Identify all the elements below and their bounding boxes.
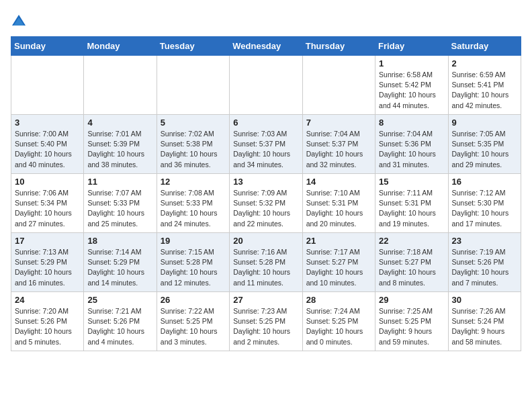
calendar-cell: 16Sunrise: 7:12 AMSunset: 5:30 PMDayligh…: [448, 174, 521, 233]
calendar-day-header: Thursday: [302, 37, 375, 56]
day-info: Sunrise: 7:24 AMSunset: 5:25 PMDaylight:…: [306, 306, 371, 347]
calendar-cell: 19Sunrise: 7:15 AMSunset: 5:28 PMDayligh…: [157, 233, 229, 292]
calendar-cell: [11, 56, 84, 115]
day-number: 6: [233, 118, 298, 128]
day-number: 27: [233, 295, 298, 305]
calendar-day-header: Saturday: [448, 37, 521, 56]
day-info: Sunrise: 6:59 AMSunset: 5:41 PMDaylight:…: [452, 70, 517, 111]
day-info: Sunrise: 7:04 AMSunset: 5:36 PMDaylight:…: [379, 129, 444, 170]
calendar-cell: [157, 56, 229, 115]
day-info: Sunrise: 6:58 AMSunset: 5:42 PMDaylight:…: [379, 70, 444, 111]
calendar-cell: 30Sunrise: 7:26 AMSunset: 5:24 PMDayligh…: [448, 292, 521, 351]
calendar-cell: 12Sunrise: 7:08 AMSunset: 5:33 PMDayligh…: [157, 174, 229, 233]
calendar-cell: 21Sunrise: 7:17 AMSunset: 5:27 PMDayligh…: [302, 233, 375, 292]
calendar-table: SundayMondayTuesdayWednesdayThursdayFrid…: [11, 36, 521, 351]
day-number: 2: [452, 58, 517, 68]
day-number: 14: [306, 177, 371, 187]
day-info: Sunrise: 7:02 AMSunset: 5:38 PMDaylight:…: [161, 129, 226, 170]
day-number: 10: [15, 177, 80, 187]
calendar-week-row: 1Sunrise: 6:58 AMSunset: 5:42 PMDaylight…: [11, 56, 521, 115]
logo: [11, 13, 30, 31]
calendar-cell: 23Sunrise: 7:19 AMSunset: 5:26 PMDayligh…: [448, 233, 521, 292]
day-number: 30: [452, 295, 517, 305]
day-number: 5: [161, 118, 226, 128]
day-info: Sunrise: 7:23 AMSunset: 5:25 PMDaylight:…: [233, 306, 298, 347]
calendar-day-header: Monday: [84, 37, 157, 56]
day-number: 25: [87, 295, 152, 305]
calendar-cell: 11Sunrise: 7:07 AMSunset: 5:33 PMDayligh…: [84, 174, 157, 233]
day-number: 24: [15, 295, 80, 305]
calendar-cell: [302, 56, 375, 115]
day-number: 19: [161, 236, 226, 246]
calendar-cell: 18Sunrise: 7:14 AMSunset: 5:29 PMDayligh…: [84, 233, 157, 292]
day-info: Sunrise: 7:10 AMSunset: 5:31 PMDaylight:…: [306, 188, 371, 229]
day-info: Sunrise: 7:18 AMSunset: 5:27 PMDaylight:…: [379, 247, 444, 288]
day-number: 8: [379, 118, 444, 128]
calendar-week-row: 3Sunrise: 7:00 AMSunset: 5:40 PMDaylight…: [11, 115, 521, 174]
calendar-cell: 7Sunrise: 7:04 AMSunset: 5:37 PMDaylight…: [302, 115, 375, 174]
calendar-cell: 28Sunrise: 7:24 AMSunset: 5:25 PMDayligh…: [302, 292, 375, 351]
calendar-week-row: 10Sunrise: 7:06 AMSunset: 5:34 PMDayligh…: [11, 174, 521, 233]
calendar-day-header: Friday: [375, 37, 448, 56]
calendar-cell: 10Sunrise: 7:06 AMSunset: 5:34 PMDayligh…: [11, 174, 84, 233]
calendar-cell: 8Sunrise: 7:04 AMSunset: 5:36 PMDaylight…: [375, 115, 448, 174]
day-number: 29: [379, 295, 444, 305]
calendar-day-header: Sunday: [11, 37, 84, 56]
calendar-cell: 6Sunrise: 7:03 AMSunset: 5:37 PMDaylight…: [230, 115, 302, 174]
day-number: 1: [379, 58, 444, 68]
calendar-week-row: 17Sunrise: 7:13 AMSunset: 5:29 PMDayligh…: [11, 233, 521, 292]
calendar-cell: 4Sunrise: 7:01 AMSunset: 5:39 PMDaylight…: [84, 115, 157, 174]
calendar-cell: 20Sunrise: 7:16 AMSunset: 5:28 PMDayligh…: [230, 233, 302, 292]
calendar-cell: 3Sunrise: 7:00 AMSunset: 5:40 PMDaylight…: [11, 115, 84, 174]
day-number: 12: [161, 177, 226, 187]
calendar-cell: 13Sunrise: 7:09 AMSunset: 5:32 PMDayligh…: [230, 174, 302, 233]
day-info: Sunrise: 7:20 AMSunset: 5:26 PMDaylight:…: [15, 306, 80, 347]
calendar-cell: 1Sunrise: 6:58 AMSunset: 5:42 PMDaylight…: [375, 56, 448, 115]
day-number: 15: [379, 177, 444, 187]
calendar-header-row: SundayMondayTuesdayWednesdayThursdayFrid…: [11, 37, 521, 56]
day-info: Sunrise: 7:08 AMSunset: 5:33 PMDaylight:…: [161, 188, 226, 229]
day-info: Sunrise: 7:12 AMSunset: 5:30 PMDaylight:…: [452, 188, 517, 229]
day-info: Sunrise: 7:19 AMSunset: 5:26 PMDaylight:…: [452, 247, 517, 288]
page-header: [11, 11, 521, 31]
calendar-cell: 22Sunrise: 7:18 AMSunset: 5:27 PMDayligh…: [375, 233, 448, 292]
calendar-day-header: Wednesday: [230, 37, 302, 56]
day-info: Sunrise: 7:25 AMSunset: 5:25 PMDaylight:…: [379, 306, 444, 347]
day-number: 16: [452, 177, 517, 187]
day-info: Sunrise: 7:15 AMSunset: 5:28 PMDaylight:…: [161, 247, 226, 288]
calendar-day-header: Tuesday: [157, 37, 229, 56]
day-info: Sunrise: 7:04 AMSunset: 5:37 PMDaylight:…: [306, 129, 371, 170]
calendar-cell: 15Sunrise: 7:11 AMSunset: 5:31 PMDayligh…: [375, 174, 448, 233]
day-info: Sunrise: 7:06 AMSunset: 5:34 PMDaylight:…: [15, 188, 80, 229]
day-info: Sunrise: 7:11 AMSunset: 5:31 PMDaylight:…: [379, 188, 444, 229]
day-info: Sunrise: 7:05 AMSunset: 5:35 PMDaylight:…: [452, 129, 517, 170]
day-info: Sunrise: 7:14 AMSunset: 5:29 PMDaylight:…: [87, 247, 152, 288]
day-number: 28: [306, 295, 371, 305]
day-number: 11: [87, 177, 152, 187]
day-info: Sunrise: 7:16 AMSunset: 5:28 PMDaylight:…: [233, 247, 298, 288]
logo-icon: [11, 13, 27, 28]
day-number: 18: [87, 236, 152, 246]
day-number: 22: [379, 236, 444, 246]
calendar-cell: [84, 56, 157, 115]
calendar-cell: 9Sunrise: 7:05 AMSunset: 5:35 PMDaylight…: [448, 115, 521, 174]
calendar-cell: 5Sunrise: 7:02 AMSunset: 5:38 PMDaylight…: [157, 115, 229, 174]
calendar-cell: 2Sunrise: 6:59 AMSunset: 5:41 PMDaylight…: [448, 56, 521, 115]
calendar-cell: 14Sunrise: 7:10 AMSunset: 5:31 PMDayligh…: [302, 174, 375, 233]
day-number: 21: [306, 236, 371, 246]
calendar-cell: 24Sunrise: 7:20 AMSunset: 5:26 PMDayligh…: [11, 292, 84, 351]
calendar-cell: 26Sunrise: 7:22 AMSunset: 5:25 PMDayligh…: [157, 292, 229, 351]
day-number: 13: [233, 177, 298, 187]
day-info: Sunrise: 7:07 AMSunset: 5:33 PMDaylight:…: [87, 188, 152, 229]
day-number: 3: [15, 118, 80, 128]
day-info: Sunrise: 7:00 AMSunset: 5:40 PMDaylight:…: [15, 129, 80, 170]
calendar-cell: 25Sunrise: 7:21 AMSunset: 5:26 PMDayligh…: [84, 292, 157, 351]
calendar-cell: 29Sunrise: 7:25 AMSunset: 5:25 PMDayligh…: [375, 292, 448, 351]
day-info: Sunrise: 7:26 AMSunset: 5:24 PMDaylight:…: [452, 306, 517, 347]
day-number: 9: [452, 118, 517, 128]
day-info: Sunrise: 7:01 AMSunset: 5:39 PMDaylight:…: [87, 129, 152, 170]
calendar-cell: [230, 56, 302, 115]
calendar-cell: 27Sunrise: 7:23 AMSunset: 5:25 PMDayligh…: [230, 292, 302, 351]
day-number: 4: [87, 118, 152, 128]
day-info: Sunrise: 7:09 AMSunset: 5:32 PMDaylight:…: [233, 188, 298, 229]
